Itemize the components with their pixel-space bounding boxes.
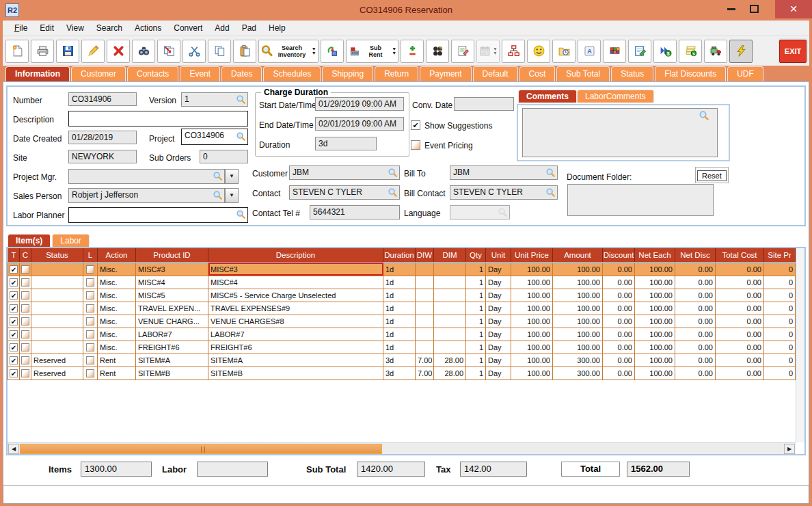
unchecked-checkbox-icon[interactable] (86, 343, 94, 351)
column-header-product-id[interactable]: Product ID (136, 248, 208, 263)
cell-discount[interactable]: 0.00 (603, 367, 635, 380)
cell-description[interactable]: FREIGHT#6 (208, 341, 383, 354)
sales-person-dropdown-icon[interactable]: ▼ (225, 188, 239, 203)
menu-pad[interactable]: Pad (236, 21, 262, 35)
customer-field[interactable]: JBM (289, 165, 400, 180)
table-row[interactable]: ✔Misc.LABOR#7LABOR#71d1Day100.00100.000.… (8, 328, 796, 341)
cell-diw[interactable]: 7.00 (416, 367, 434, 380)
labor-planner-field[interactable] (68, 207, 248, 223)
cell-product-id[interactable]: MISC#3 (136, 263, 208, 276)
cell-action[interactable]: Rent (98, 354, 136, 367)
cell-amount[interactable]: 100.00 (553, 341, 603, 354)
row-select-checkbox[interactable]: ✔ (8, 315, 20, 328)
scroll-right-icon[interactable]: ▶ (784, 444, 795, 454)
column-header-site-pr[interactable]: Site Pr (764, 248, 796, 263)
new-button[interactable] (5, 40, 29, 63)
availability-shapes-button[interactable] (321, 40, 344, 63)
project-mgr-field[interactable] (68, 169, 225, 184)
menu-actions[interactable]: Actions (128, 21, 167, 35)
cell-total-cost[interactable]: 0.00 (716, 367, 764, 380)
cell-amount[interactable]: 100.00 (553, 276, 603, 289)
cell-amount[interactable]: 100.00 (553, 302, 603, 315)
unchecked-checkbox-icon[interactable] (86, 265, 94, 274)
close-icon[interactable]: ✕ (775, 0, 812, 18)
cell-product-id[interactable]: VENUE CHARG... (136, 315, 208, 328)
tab-shipping[interactable]: Shipping (322, 66, 373, 81)
cell-total-cost[interactable]: 0.00 (716, 276, 764, 289)
project-field[interactable]: CO314906 (181, 129, 248, 145)
cell-dim[interactable] (434, 315, 466, 328)
row-select-checkbox[interactable]: ✔ (8, 341, 20, 354)
sub-rent-button[interactable]: Sub Rent▼▼ (346, 40, 398, 63)
reset-button[interactable]: Reset (697, 170, 727, 181)
column-header-total-cost[interactable]: Total Cost (716, 248, 764, 263)
cell-site-pr[interactable]: 0 (764, 289, 796, 302)
bill-to-field[interactable]: JBM (450, 165, 558, 180)
cell-product-id[interactable]: MISC#4 (136, 276, 208, 289)
cell-total-cost[interactable]: 0.00 (716, 302, 764, 315)
cell-dim[interactable] (434, 341, 466, 354)
unchecked-checkbox-icon[interactable] (21, 369, 29, 377)
cell-unit-price[interactable]: 100.00 (511, 328, 553, 341)
cell-status[interactable] (31, 328, 83, 341)
cell-net-each[interactable]: 100.00 (635, 276, 675, 289)
cell-net-disc[interactable]: 0.00 (675, 328, 716, 341)
checked-checkbox-icon[interactable]: ✔ (10, 369, 18, 377)
unchecked-checkbox-icon[interactable] (86, 356, 94, 364)
print-button[interactable] (31, 40, 54, 63)
horizontal-scrollbar[interactable]: ◀ ▶ (8, 442, 796, 454)
unchecked-checkbox-icon[interactable] (21, 343, 29, 351)
column-header-t[interactable]: T (8, 248, 20, 263)
tab-cost[interactable]: Cost (519, 66, 556, 81)
cut-button[interactable] (182, 40, 206, 63)
cell-qty[interactable]: 1 (466, 315, 486, 328)
menu-view[interactable]: View (60, 21, 90, 35)
cell-qty[interactable]: 1 (466, 289, 486, 302)
cell-discount[interactable]: 0.00 (603, 341, 635, 354)
cell-site-pr[interactable]: 0 (764, 276, 796, 289)
cell-dim[interactable] (434, 276, 466, 289)
table-row[interactable]: ✔ReservedRentSITEM#BSITEM#B3d7.0028.001D… (8, 367, 796, 380)
cell-net-disc[interactable]: 0.00 (675, 354, 716, 367)
row-l-checkbox[interactable] (83, 328, 98, 341)
cell-dim[interactable] (434, 328, 466, 341)
scroll-left-icon[interactable]: ◀ (8, 444, 19, 454)
cell-total-cost[interactable]: 0.00 (716, 289, 764, 302)
unchecked-checkbox-icon[interactable] (21, 278, 29, 287)
cell-qty[interactable]: 1 (466, 276, 486, 289)
tab-laborcomments[interactable]: LaborComments (577, 90, 654, 103)
cell-status[interactable] (31, 289, 83, 302)
cell-net-each[interactable]: 100.00 (635, 367, 675, 380)
cell-unit[interactable]: Day (486, 354, 511, 367)
cell-product-id[interactable]: SITEM#B (136, 367, 208, 380)
cell-unit-price[interactable]: 100.00 (511, 289, 553, 302)
notepad-button[interactable] (451, 40, 474, 63)
tab-default[interactable]: Default (473, 66, 518, 81)
checked-checkbox-icon[interactable]: ✔ (10, 278, 18, 287)
search-icon[interactable] (388, 168, 398, 178)
column-header-qty[interactable]: Qty (466, 248, 486, 263)
unchecked-checkbox-icon[interactable] (86, 317, 94, 325)
cell-unit-price[interactable]: 100.00 (511, 302, 553, 315)
contact-tel-field[interactable]: 5644321 (310, 205, 400, 219)
cell-status[interactable]: Reserved (31, 367, 83, 380)
cell-discount[interactable]: 0.00 (603, 354, 635, 367)
row-select-checkbox[interactable]: ✔ (8, 263, 20, 276)
row-c-checkbox[interactable] (20, 276, 31, 289)
cell-unit[interactable]: Day (486, 276, 511, 289)
search-icon[interactable] (545, 187, 556, 198)
menu-file[interactable]: File (8, 21, 33, 35)
search-icon[interactable] (699, 110, 709, 121)
cell-total-cost[interactable]: 0.00 (716, 263, 764, 276)
row-select-checkbox[interactable]: ✔ (8, 367, 20, 380)
row-l-checkbox[interactable] (83, 341, 98, 354)
row-c-checkbox[interactable] (20, 315, 31, 328)
cell-site-pr[interactable]: 0 (764, 367, 796, 380)
cubes-button[interactable] (603, 40, 626, 63)
cell-description[interactable]: MISC#3 (208, 263, 383, 276)
cell-dim[interactable]: 28.00 (434, 367, 466, 380)
row-c-checkbox[interactable] (20, 328, 31, 341)
cell-action[interactable]: Rent (98, 367, 136, 380)
cell-net-each[interactable]: 100.00 (635, 328, 675, 341)
table-row[interactable]: ✔Misc.FREIGHT#6FREIGHT#61d1Day100.00100.… (8, 341, 796, 354)
